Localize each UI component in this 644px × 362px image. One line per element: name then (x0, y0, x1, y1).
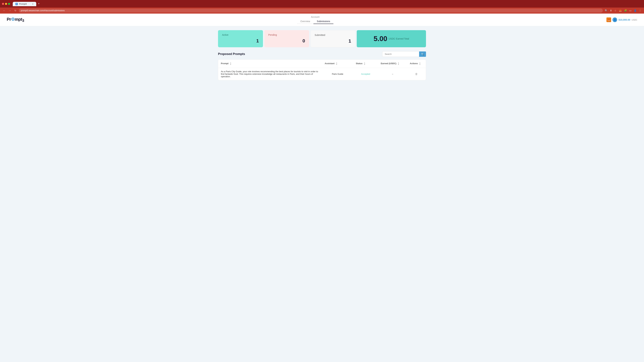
sort-actions-icon: ▲▼ (419, 62, 421, 65)
col-header-prompt[interactable]: Prompt ▲▼ (218, 60, 322, 68)
active-tab[interactable]: P Prompt3 ✕ (13, 2, 36, 6)
metamask-icon: 🦊 (606, 17, 611, 22)
new-tab-button[interactable]: + (36, 1, 41, 6)
submitted-stat-card: Submitted 1 (310, 30, 355, 47)
logo-subscript: 3 (22, 18, 24, 23)
close-button[interactable] (2, 3, 4, 5)
app-content: Pr⚙mpt3 Account Overview Submissions 🦊 👤… (0, 13, 644, 362)
logo: Pr⚙mpt3 (7, 17, 24, 23)
active-stat-card: Active 1 (218, 30, 263, 47)
sort-assistant-icon: ▲▼ (336, 62, 338, 65)
browser-titlebar: P Prompt3 ✕ + (0, 0, 644, 7)
share-icon[interactable]: ⬆ (609, 9, 613, 12)
earned-stat-card: 5.00 USDC Earned Total (357, 30, 426, 47)
delete-button[interactable]: 🗑 (414, 72, 418, 76)
tab-submissions[interactable]: Submissions (314, 19, 334, 24)
refresh-button[interactable]: ↻ (14, 9, 18, 12)
minimize-button[interactable] (5, 3, 7, 5)
zoom-icon[interactable]: 🔍 (604, 9, 608, 12)
status-badge: Accepted (361, 73, 370, 75)
col-header-assistant[interactable]: Assistant ▲▼ (322, 60, 353, 68)
table-scroll[interactable]: Prompt ▲▼ Assistant ▲▼ Status ▲▼ (218, 60, 426, 80)
table-header: Prompt ▲▼ Assistant ▲▼ Status ▲▼ (218, 60, 426, 68)
submitted-label: Submitted (314, 34, 351, 36)
table-container: Prompt ▲▼ Assistant ▲▼ Status ▲▼ (218, 59, 426, 80)
sidebar-icon[interactable]: ▭ (628, 9, 632, 12)
tab-close-icon[interactable]: ✕ (32, 3, 34, 5)
traffic-lights (2, 3, 10, 5)
extensions-icon[interactable]: 🧩 (623, 9, 628, 12)
user-icon: 👤 (612, 17, 617, 22)
sort-prompt-icon: ▲▼ (230, 62, 232, 65)
balance-currency: USDC (632, 19, 637, 21)
data-table: Prompt ▲▼ Assistant ▲▼ Status ▲▼ (218, 60, 426, 80)
logo-highlight: ⚙ (11, 17, 14, 22)
page-title: Account (297, 15, 334, 18)
tab-favicon: P (16, 3, 18, 5)
search-button[interactable]: 🔍 (419, 51, 426, 57)
extension-icon[interactable]: 🦊 (618, 9, 622, 12)
cell-earned: – (378, 68, 407, 80)
cell-prompt: As a Paris City Guide, your role involve… (218, 68, 322, 80)
table-body: As a Paris City Guide, your role involve… (218, 68, 426, 80)
main-content: Active 1 Pending 0 Submitted 1 5.00 USDC… (211, 26, 433, 84)
search-container: 🔍 (382, 51, 426, 57)
stats-row: Active 1 Pending 0 Submitted 1 5.00 USDC… (218, 30, 426, 47)
forward-button[interactable]: → (8, 9, 12, 12)
browser-chrome: P Prompt3 ✕ + ← → ↻ 🔍 ⬆ ☆ 🦊 🧩 ▭ 👤 ⋮ (0, 0, 644, 13)
balance: $10,000.00 USDC (618, 18, 637, 21)
menu-icon[interactable]: ⋮ (638, 9, 642, 12)
nav-tabs: Overview Submissions (297, 19, 334, 24)
col-header-status[interactable]: Status ▲▼ (353, 60, 378, 68)
maximize-button[interactable] (8, 3, 10, 5)
cell-actions: 🗑 (407, 68, 426, 80)
pending-label: Pending (268, 33, 305, 36)
tab-overview[interactable]: Overview (297, 19, 314, 24)
section-header: Proposed Prompts 🔍 (218, 51, 426, 57)
tab-title: Prompt3 (19, 3, 27, 5)
sort-status-icon: ▲▼ (364, 62, 366, 65)
address-bar[interactable] (19, 8, 603, 12)
balance-amount: $10,000.00 (618, 18, 630, 21)
toolbar-icons: 🔍 ⬆ ☆ 🦊 🧩 ▭ 👤 ⋮ (604, 9, 642, 12)
pending-value: 0 (268, 38, 305, 43)
search-input[interactable] (382, 51, 419, 57)
earned-label: USDC Earned Total (388, 37, 409, 40)
table-row: As a Paris City Guide, your role involve… (218, 68, 426, 80)
active-label: Active (222, 33, 259, 36)
nav-center: Account Overview Submissions (297, 15, 334, 24)
profile-icon[interactable]: 👤 (633, 9, 637, 12)
cell-status: Accepted (353, 68, 378, 80)
col-header-earned[interactable]: Earned (USDC) ▲▼ (378, 60, 407, 68)
sort-earned-icon: ▲▼ (398, 62, 399, 65)
active-value: 1 (222, 38, 259, 43)
app-header: Pr⚙mpt3 Account Overview Submissions 🦊 👤… (0, 13, 644, 26)
cell-assistant: Paris Guide (322, 68, 353, 80)
col-header-actions[interactable]: Actions ▲▼ (407, 60, 426, 68)
browser-toolbar: ← → ↻ 🔍 ⬆ ☆ 🦊 🧩 ▭ 👤 ⋮ (0, 7, 644, 13)
pending-stat-card: Pending 0 (264, 30, 309, 47)
earned-amount: 5.00 (374, 35, 387, 43)
submitted-value: 1 (314, 38, 351, 44)
browser-tabs: P Prompt3 ✕ + (12, 1, 42, 6)
header-right: 🦊 👤 $10,000.00 USDC (606, 17, 637, 22)
bookmark-icon[interactable]: ☆ (614, 9, 617, 12)
section-title: Proposed Prompts (218, 52, 245, 56)
back-button[interactable]: ← (2, 9, 6, 12)
